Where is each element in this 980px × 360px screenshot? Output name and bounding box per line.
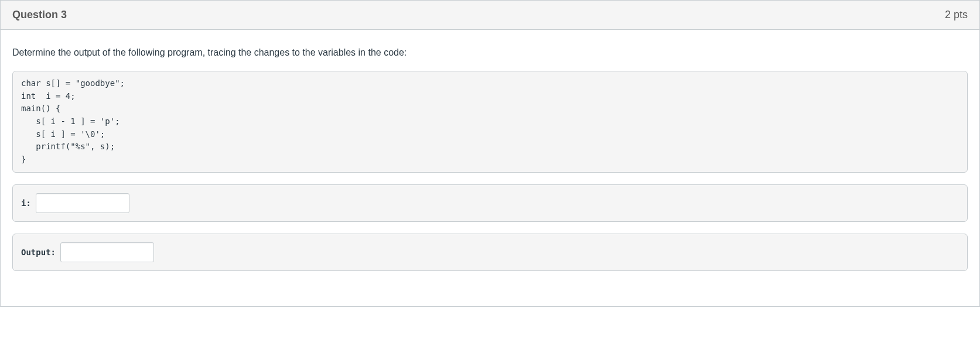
answer-block-i: i: <box>12 184 968 222</box>
answer-label-i: i: <box>21 198 31 208</box>
question-header: Question 3 2 pts <box>1 1 979 30</box>
answer-input-output[interactable] <box>60 242 154 262</box>
question-title: Question 3 <box>12 9 67 21</box>
answer-block-output: Output: <box>12 234 968 271</box>
question-card: Question 3 2 pts Determine the output of… <box>0 0 980 307</box>
question-body: Determine the output of the following pr… <box>1 30 979 306</box>
answer-label-output: Output: <box>21 248 56 257</box>
code-block: char s[] = "goodbye"; int i = 4; main() … <box>12 71 968 173</box>
question-prompt: Determine the output of the following pr… <box>12 47 968 58</box>
answer-input-i[interactable] <box>36 193 129 213</box>
question-points: 2 pts <box>945 9 968 21</box>
